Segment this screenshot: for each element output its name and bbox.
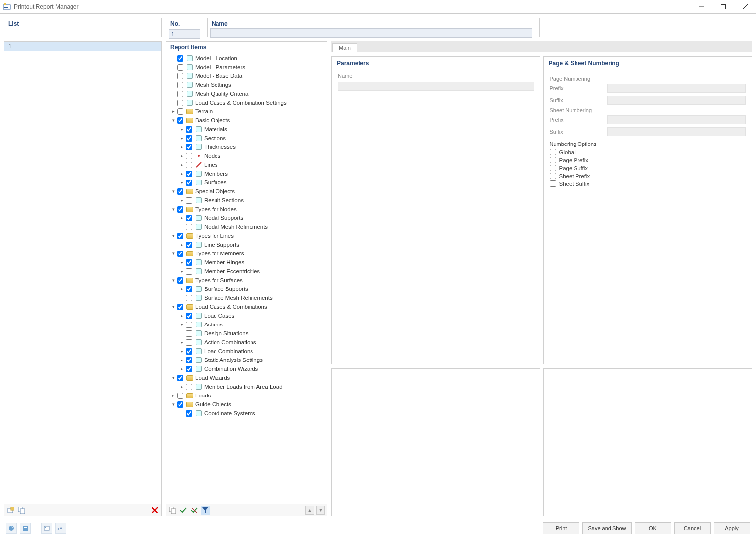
expander-icon[interactable]: ▸ [179,144,185,149]
expander-icon[interactable]: ▾ [170,233,176,238]
tree-checkbox[interactable] [177,73,183,79]
tree-checkbox[interactable] [177,401,183,408]
expander-icon[interactable]: ▸ [179,322,185,327]
no-input[interactable] [169,29,200,39]
tree-node[interactable]: ▸Action Combinations [167,338,327,347]
expander-icon[interactable]: ▸ [179,313,185,318]
tree-node[interactable]: ▸Line Supports [167,240,327,249]
tree-checkbox[interactable] [186,286,192,292]
footer-icon-1[interactable] [6,523,17,534]
tree-node[interactable]: ▾Special Objects [167,187,327,196]
tree-checkbox[interactable] [186,330,192,337]
print-button[interactable]: Print [543,522,579,534]
tree-node[interactable]: ▸Result Sections [167,196,327,205]
expander-icon[interactable]: ▾ [170,118,176,123]
delete-report-icon[interactable] [150,506,159,515]
report-items-tree[interactable]: Model - LocationModel - ParametersModel … [166,53,327,504]
expander-icon[interactable]: ▸ [179,171,185,176]
sheet-suffix-input[interactable] [607,127,746,136]
tree-checkbox[interactable] [186,197,192,204]
expander-icon[interactable]: ▸ [179,242,185,247]
tree-checkbox[interactable] [186,126,192,133]
tree-node[interactable]: ▾Guide Objects [167,400,327,409]
expander-icon[interactable]: ▸ [179,287,185,291]
tree-checkbox[interactable] [186,384,192,390]
tree-node[interactable]: ▸Members [167,169,327,178]
tree-node[interactable]: ▸Member Eccentricities [167,267,327,276]
tree-checkbox[interactable] [177,188,183,195]
tree-checkbox[interactable] [186,144,192,150]
tree-checkbox[interactable] [177,393,183,399]
tree-node[interactable]: ▾Types for Lines [167,231,327,240]
tree-checkbox[interactable] [186,224,192,230]
numbering-option[interactable]: Page Suffix [550,165,746,171]
expander-icon[interactable]: ▾ [170,278,176,283]
tree-node[interactable]: ▸Nodal Supports [167,214,327,222]
tree-checkbox[interactable] [186,171,192,177]
numbering-option[interactable]: Global [550,149,746,155]
expander-icon[interactable]: ▸ [179,340,185,345]
check-all-icon[interactable] [179,506,188,515]
tree-node[interactable]: Model - Base Data [167,72,327,80]
expander-icon[interactable]: ▸ [179,216,185,220]
tab-main[interactable]: Main [332,43,357,52]
tree-checkbox[interactable] [177,91,183,97]
tree-node[interactable]: ▸Lines [167,160,327,169]
tree-node[interactable]: Nodal Mesh Refinements [167,222,327,231]
tree-node[interactable]: ▸Materials [167,125,327,134]
tree-checkbox[interactable] [186,153,192,159]
expander-icon[interactable]: ▸ [179,198,185,203]
option-checkbox[interactable] [550,157,556,163]
tree-checkbox[interactable] [177,82,183,88]
expander-icon[interactable]: ▾ [170,304,176,309]
tree-node[interactable]: ▾Types for Surfaces [167,276,327,285]
tree-checkbox[interactable] [186,357,192,363]
footer-language-icon[interactable]: xA [55,523,66,534]
move-up-button[interactable]: ▲ [305,506,314,515]
uncheck-all-icon[interactable] [190,506,199,515]
apply-button[interactable]: Apply [714,522,750,534]
report-list[interactable]: 1 [4,42,161,504]
tree-checkbox[interactable] [177,206,183,213]
numbering-option[interactable]: Sheet Suffix [550,180,746,187]
sheet-prefix-input[interactable] [607,115,746,124]
tree-node[interactable]: Mesh Settings [167,80,327,89]
tree-checkbox[interactable] [186,366,192,372]
tree-node[interactable]: ▾Load Cases & Combinations [167,302,327,311]
tree-copy-icon[interactable] [168,506,177,515]
tree-checkbox[interactable] [186,180,192,186]
expander-icon[interactable]: ▸ [179,127,185,132]
expander-icon[interactable]: ▸ [179,180,185,185]
tree-checkbox[interactable] [186,348,192,355]
tree-checkbox[interactable] [186,259,192,266]
tree-node[interactable]: ▸Load Cases [167,311,327,320]
minimize-button[interactable] [691,0,713,14]
tree-checkbox[interactable] [177,251,183,257]
expander-icon[interactable]: ▸ [179,136,185,141]
maximize-button[interactable] [713,0,734,14]
expander-icon[interactable]: ▸ [170,393,176,398]
expander-icon[interactable]: ▸ [179,349,185,354]
expander-icon[interactable]: ▸ [179,384,185,389]
tree-checkbox[interactable] [177,64,183,71]
filter-icon[interactable] [201,506,210,515]
expander-icon[interactable]: ▾ [170,375,176,380]
tree-node[interactable]: Coordinate Systems [167,409,327,418]
tree-checkbox[interactable] [177,55,183,62]
tree-node[interactable]: ▸Load Combinations [167,347,327,356]
expander-icon[interactable]: ▾ [170,207,176,212]
option-checkbox[interactable] [550,165,556,171]
tree-node[interactable]: ▸Thicknesses [167,143,327,151]
tree-node[interactable]: Mesh Quality Criteria [167,89,327,98]
tree-node[interactable]: Load Cases & Combination Settings [167,98,327,107]
expander-icon[interactable]: ▸ [179,269,185,274]
footer-icon-2[interactable] [20,523,31,534]
tree-checkbox[interactable] [186,322,192,328]
tree-node[interactable]: ▾Types for Nodes [167,205,327,214]
tree-node[interactable]: Design Situations [167,329,327,338]
tree-node[interactable]: Surface Mesh Refinements [167,293,327,302]
move-down-button[interactable]: ▼ [316,506,325,515]
ok-button[interactable]: OK [635,522,671,534]
tree-node[interactable]: ▸Actions [167,320,327,329]
param-name-input[interactable] [338,82,534,91]
